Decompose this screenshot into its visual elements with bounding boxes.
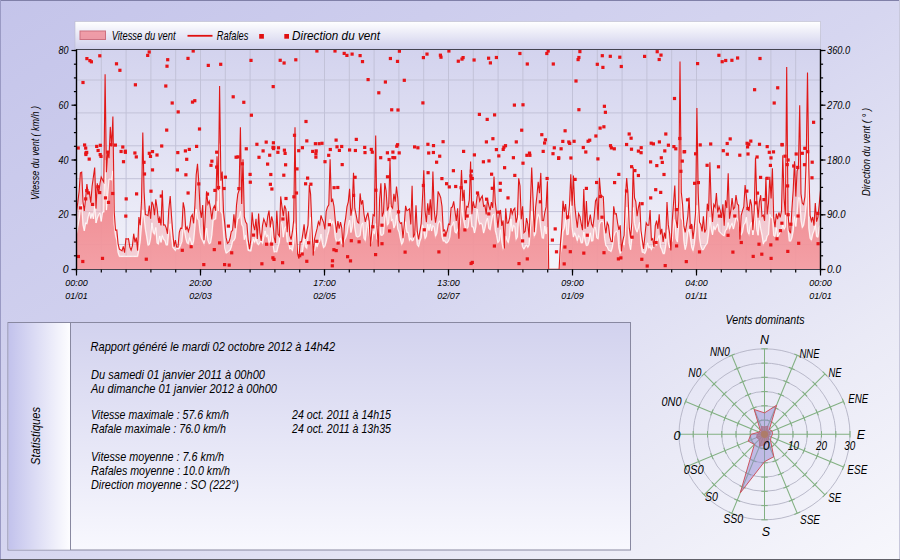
- svg-text:270.0: 270.0: [826, 99, 850, 111]
- svg-text:E: E: [857, 428, 866, 442]
- svg-text:20: 20: [58, 208, 69, 220]
- svg-text:Direction moyenne : SO (222°): Direction moyenne : SO (222°): [91, 478, 239, 492]
- svg-text:04:00: 04:00: [685, 277, 708, 288]
- svg-text:00:00: 00:00: [65, 277, 88, 288]
- svg-text:Vitesse moyenne : 7.6 km/h: Vitesse moyenne : 7.6 km/h: [91, 450, 224, 464]
- svg-text:Vitesse maximale : 57.6 km/h: Vitesse maximale : 57.6 km/h: [91, 408, 229, 422]
- svg-text:SS0: SS0: [723, 512, 743, 526]
- svg-text:90.0: 90.0: [827, 208, 846, 220]
- svg-text:01/01: 01/01: [65, 290, 88, 301]
- svg-text:180.0: 180.0: [827, 154, 850, 166]
- svg-text:360.0: 360.0: [827, 44, 850, 56]
- svg-text:01/11: 01/11: [685, 290, 708, 301]
- svg-text:20:00: 20:00: [188, 277, 212, 288]
- svg-text:80: 80: [59, 44, 69, 56]
- svg-text:Au dimanche 01 janvier 2012 à: Au dimanche 01 janvier 2012 à 00h00: [90, 382, 277, 396]
- svg-text:Vitesse du vent ( km/h ): Vitesse du vent ( km/h ): [29, 106, 41, 200]
- svg-text:Direction du vent ( ° ): Direction du vent ( ° ): [860, 108, 872, 196]
- svg-text:Rafales: Rafales: [217, 29, 249, 43]
- svg-text:10: 10: [788, 439, 799, 453]
- svg-text:Direction du vent: Direction du vent: [292, 29, 380, 43]
- svg-text:0: 0: [674, 429, 681, 443]
- svg-text:N: N: [760, 333, 770, 347]
- svg-text:0.0: 0.0: [827, 263, 841, 275]
- svg-text:0S0: 0S0: [684, 463, 704, 477]
- svg-text:NE: NE: [829, 366, 842, 380]
- svg-text:Vents dominants: Vents dominants: [726, 312, 805, 327]
- svg-text:S0: S0: [705, 490, 718, 504]
- svg-text:NNE: NNE: [800, 347, 820, 361]
- svg-text:0: 0: [763, 439, 770, 453]
- svg-text:Rafale maximale : 76.0 km/h: Rafale maximale : 76.0 km/h: [91, 422, 226, 436]
- svg-text:02/05: 02/05: [313, 290, 336, 301]
- svg-text:SSE: SSE: [800, 513, 821, 527]
- svg-text:Vitesse du vent: Vitesse du vent: [112, 29, 176, 43]
- svg-text:0: 0: [63, 263, 69, 275]
- svg-text:02/03: 02/03: [189, 290, 212, 301]
- svg-text:01/09: 01/09: [561, 290, 584, 301]
- svg-text:Rapport généré le mardi 02 oct: Rapport généré le mardi 02 octobre 2012 …: [91, 340, 336, 354]
- svg-text:SE: SE: [828, 491, 842, 505]
- svg-text:20: 20: [815, 439, 827, 453]
- svg-text:Statistiques: Statistiques: [29, 406, 43, 465]
- svg-text:13:00: 13:00: [437, 277, 460, 288]
- svg-text:01/01: 01/01: [809, 290, 832, 301]
- svg-text:02/07: 02/07: [437, 290, 460, 301]
- svg-text:09:00: 09:00: [561, 277, 584, 288]
- svg-text:60: 60: [59, 99, 69, 111]
- svg-text:S: S: [762, 525, 771, 539]
- svg-text:0N0: 0N0: [662, 395, 682, 409]
- svg-text:00:00: 00:00: [809, 277, 832, 288]
- svg-text:24 oct. 2011 à 14h15: 24 oct. 2011 à 14h15: [291, 408, 392, 422]
- svg-text:Rafales moyenne : 10.0 km/h: Rafales moyenne : 10.0 km/h: [91, 464, 230, 478]
- svg-text:N0: N0: [688, 366, 701, 380]
- svg-text:24 oct. 2011 à 13h35: 24 oct. 2011 à 13h35: [291, 422, 392, 436]
- svg-text:ENE: ENE: [848, 392, 869, 406]
- svg-text:ESE: ESE: [847, 463, 868, 477]
- svg-text:Du samedi 01 janvier 2011 à 00: Du samedi 01 janvier 2011 à 00h00: [91, 368, 265, 382]
- svg-text:NN0: NN0: [710, 345, 730, 359]
- svg-text:40: 40: [59, 154, 69, 166]
- svg-text:30: 30: [844, 439, 855, 453]
- svg-text:17:00: 17:00: [313, 277, 336, 288]
